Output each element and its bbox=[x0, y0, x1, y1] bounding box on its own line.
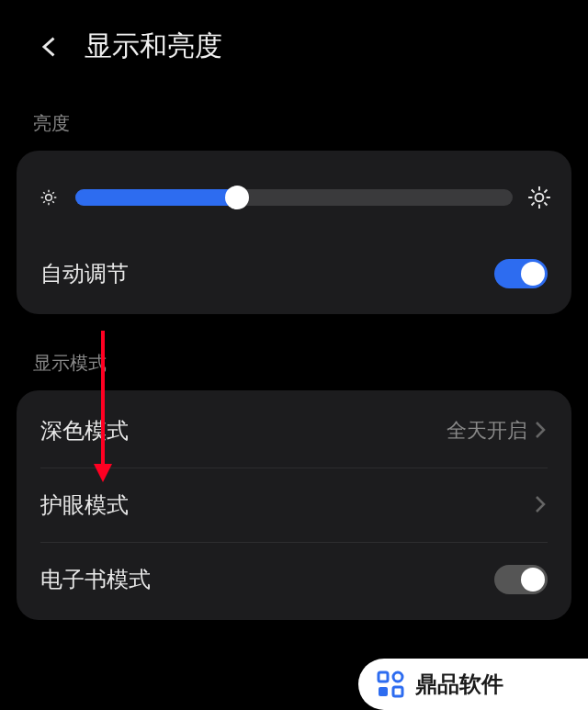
svg-line-17 bbox=[544, 190, 547, 193]
svg-line-16 bbox=[532, 202, 535, 205]
brightness-slider-row bbox=[17, 154, 571, 237]
svg-rect-22 bbox=[379, 687, 388, 696]
svg-rect-23 bbox=[393, 687, 402, 696]
auto-brightness-toggle[interactable] bbox=[494, 259, 548, 288]
chevron-right-icon bbox=[535, 495, 548, 515]
svg-line-14 bbox=[532, 190, 535, 193]
auto-brightness-label: 自动调节 bbox=[40, 259, 129, 288]
dark-mode-row[interactable]: 深色模式 全天开启 bbox=[17, 394, 571, 468]
page-title: 显示和亮度 bbox=[85, 28, 222, 65]
brightness-high-icon bbox=[527, 186, 551, 209]
svg-line-8 bbox=[52, 192, 54, 194]
eye-comfort-label: 护眼模式 bbox=[40, 490, 129, 520]
back-button[interactable] bbox=[37, 33, 64, 61]
svg-line-6 bbox=[52, 201, 54, 203]
svg-line-15 bbox=[544, 202, 547, 205]
dark-mode-label: 深色模式 bbox=[40, 416, 129, 445]
brightness-low-icon bbox=[37, 186, 61, 209]
watermark-text: 鼎品软件 bbox=[415, 670, 503, 699]
ebook-mode-label: 电子书模式 bbox=[40, 565, 151, 594]
ebook-mode-toggle[interactable] bbox=[494, 565, 548, 594]
svg-line-7 bbox=[43, 201, 45, 203]
svg-line-5 bbox=[43, 192, 45, 194]
svg-point-9 bbox=[536, 194, 544, 202]
display-mode-section-label: 显示模式 bbox=[0, 314, 588, 390]
display-mode-card: 深色模式 全天开启 护眼模式 电子书模式 bbox=[17, 390, 571, 620]
chevron-right-icon bbox=[535, 421, 548, 441]
dark-mode-value: 全天开启 bbox=[447, 417, 527, 445]
watermark-logo-icon bbox=[375, 669, 406, 700]
brightness-card: 自动调节 bbox=[17, 151, 571, 314]
svg-rect-20 bbox=[379, 672, 388, 682]
svg-point-0 bbox=[46, 195, 52, 201]
ebook-mode-row: 电子书模式 bbox=[17, 543, 571, 616]
svg-point-21 bbox=[393, 672, 402, 682]
eye-comfort-row[interactable]: 护眼模式 bbox=[17, 468, 571, 542]
watermark: 鼎品软件 bbox=[358, 659, 588, 710]
brightness-slider[interactable] bbox=[75, 189, 513, 206]
auto-brightness-row: 自动调节 bbox=[17, 237, 571, 310]
brightness-section-label: 亮度 bbox=[0, 74, 588, 151]
